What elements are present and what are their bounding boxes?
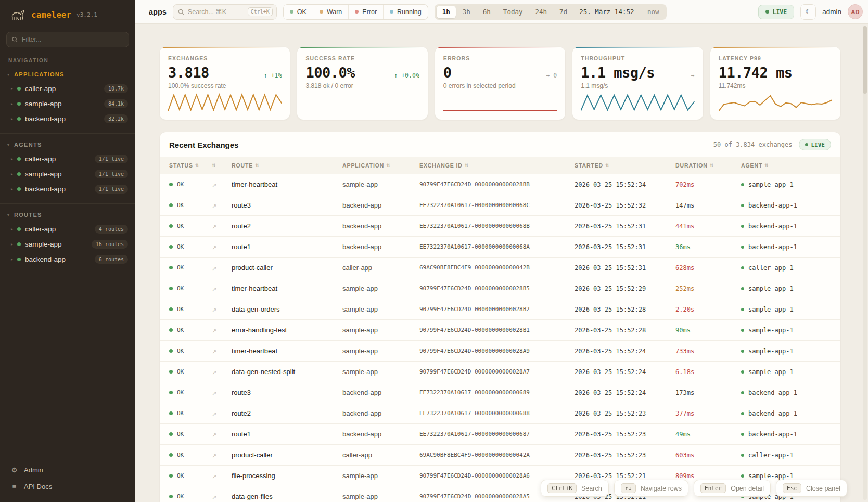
table-row[interactable]: OK↗route1backend-appEE7322370A10617-0000… — [160, 424, 840, 445]
column-header-agent[interactable]: AGENT⇅ — [741, 162, 831, 169]
kbd-key: Esc — [783, 483, 801, 493]
column-label: STATUS — [169, 162, 193, 169]
item-label: sample-app — [25, 240, 87, 248]
sidebar-item-backend-app[interactable]: ▸backend-app32.2k — [0, 111, 135, 126]
agent-status-dot — [741, 183, 744, 186]
column-header-open[interactable]: ⇅ — [212, 163, 232, 168]
table-row[interactable]: OK↗route3backend-appEE7322370A10617-0000… — [160, 195, 840, 216]
table-row[interactable]: OK↗data-gen-nested-splitsample-app90799F… — [160, 362, 840, 382]
sidebar-item-caller-app[interactable]: ▸caller-app10.7k — [0, 81, 135, 96]
open-detail-cell[interactable]: ↗ — [212, 201, 232, 210]
ok-status-dot — [169, 391, 173, 394]
table-row[interactable]: OK↗route2backend-appEE7322370A10617-0000… — [160, 216, 840, 237]
card-accent-bar — [297, 47, 427, 48]
sidebar-item-backend-app[interactable]: ▸backend-app1/1 live — [0, 182, 135, 197]
open-detail-cell[interactable]: ↗ — [212, 242, 232, 252]
time-range-7d[interactable]: 7d — [554, 6, 573, 18]
started-cell: 2026-03-25 15:52:34 — [575, 181, 675, 188]
route-cell: data-gen-nested-split — [232, 368, 342, 376]
open-detail-cell[interactable]: ↗ — [212, 263, 232, 273]
time-range-3h[interactable]: 3h — [457, 6, 476, 18]
chip-label: Warn — [327, 8, 342, 16]
open-detail-cell[interactable]: ↗ — [212, 222, 232, 231]
table-row[interactable]: OK↗product-callercaller-app69AC90BF8EBC4… — [160, 445, 840, 466]
sparkline — [719, 93, 832, 112]
column-header-route[interactable]: ROUTE⇅ — [232, 162, 342, 169]
sidebar-item-backend-app[interactable]: ▸backend-app6 routes — [0, 252, 135, 267]
column-header-application[interactable]: APPLICATION⇅ — [342, 162, 419, 169]
sidebar-item-sample-app[interactable]: ▸sample-app1/1 live — [0, 166, 135, 182]
table-row[interactable]: OK↗error-handling-testsample-app90799F47… — [160, 320, 840, 341]
live-badge[interactable]: LIVE — [758, 5, 795, 19]
sidebar-item-caller-app[interactable]: ▸caller-app1/1 live — [0, 151, 135, 166]
open-detail-cell[interactable]: ↗ — [212, 180, 232, 189]
status-cell: OK — [169, 264, 212, 271]
open-detail-cell[interactable]: ↗ — [212, 284, 232, 293]
open-detail-cell[interactable]: ↗ — [212, 326, 232, 335]
theme-toggle-button[interactable]: ☾ — [800, 4, 816, 20]
column-header-duration[interactable]: DURATION⇅ — [675, 162, 741, 169]
live-label: LIVE — [773, 8, 787, 16]
filter-chip-error[interactable]: Error — [348, 5, 383, 19]
time-range-6h[interactable]: 6h — [477, 6, 496, 18]
card-value-row: 11.742 ms — [719, 65, 832, 81]
sidebar-item-sample-app[interactable]: ▸sample-app16 routes — [0, 237, 135, 252]
date-range[interactable]: 25. März 14:52—now — [579, 8, 664, 16]
exchange-id-cell: 90799F47E6CD24D-00000000000028A9 — [419, 347, 575, 354]
section-header-applications[interactable]: ▾APPLICATIONS — [0, 63, 135, 81]
open-detail-cell[interactable]: ↗ — [212, 430, 232, 439]
sidebar-filter[interactable] — [6, 32, 129, 47]
table-row[interactable]: OK↗product-callercaller-app69AC90BF8EBC4… — [160, 258, 840, 278]
duration-cell: 147ms — [675, 202, 741, 209]
agent-status-dot — [741, 474, 744, 478]
card-accent-bar — [710, 47, 840, 48]
open-detail-cell[interactable]: ↗ — [212, 388, 232, 397]
scrollbar-track[interactable] — [863, 26, 867, 500]
filter-chip-running[interactable]: Running — [383, 5, 428, 19]
table-row[interactable]: OK↗timer-heartbeatsample-app90799F47E6CD… — [160, 278, 840, 299]
sidebar-item-caller-app[interactable]: ▸caller-app4 routes — [0, 222, 135, 237]
table-row[interactable]: OK↗route1backend-appEE7322370A10617-0000… — [160, 237, 840, 258]
filter-input[interactable] — [22, 36, 123, 43]
sort-icon: ⇅ — [255, 163, 259, 168]
open-detail-cell[interactable]: ↗ — [212, 409, 232, 418]
filter-chip-ok[interactable]: OK — [284, 5, 313, 19]
filter-chip-warn[interactable]: Warn — [313, 5, 348, 19]
time-range-24h[interactable]: 24h — [530, 6, 553, 18]
sidebar-item-api-docs[interactable]: ≡API Docs — [0, 478, 135, 495]
avatar[interactable]: AD — [848, 4, 863, 19]
card-subtitle: 100.0% success rate — [168, 82, 282, 89]
duration-cell: 90ms — [675, 327, 741, 334]
column-header-exchange-id[interactable]: EXCHANGE ID⇅ — [419, 162, 575, 169]
duration-cell: 441ms — [675, 223, 741, 230]
time-range-1h[interactable]: 1h — [437, 6, 456, 18]
scrollbar-thumb[interactable] — [863, 26, 867, 94]
sidebar-item-admin[interactable]: ⚙Admin — [0, 461, 135, 478]
column-header-status[interactable]: STATUS⇅ — [169, 162, 212, 169]
table-row[interactable]: OK↗timer-heartbeatsample-app90799F47E6CD… — [160, 341, 840, 362]
status-dot — [17, 87, 21, 91]
section-header-routes[interactable]: ▾ROUTES — [0, 204, 135, 222]
table-row[interactable]: OK↗route3backend-appEE7322370A10617-0000… — [160, 382, 840, 403]
open-detail-cell[interactable]: ↗ — [212, 471, 232, 481]
application-cell: sample-app — [342, 326, 419, 334]
status-label: OK — [177, 264, 184, 271]
column-header-started[interactable]: STARTED⇅ — [575, 162, 675, 169]
open-detail-cell[interactable]: ↗ — [212, 305, 232, 314]
sidebar-item-sample-app[interactable]: ▸sample-app84.1k — [0, 96, 135, 111]
open-detail-cell[interactable]: ↗ — [212, 346, 232, 356]
table-row[interactable]: OK↗route2backend-appEE7322370A10617-0000… — [160, 403, 840, 424]
item-badge: 1/1 live — [95, 185, 128, 194]
card-value-row: 0→ 0 — [443, 65, 557, 81]
search-input[interactable] — [188, 8, 244, 16]
card-label: ERRORS — [443, 55, 557, 61]
time-range-today[interactable]: Today — [497, 6, 529, 18]
arrow-up-right-icon: ↗ — [212, 432, 216, 439]
table-row[interactable]: OK↗timer-heartbeatsample-app90799F47E6CD… — [160, 174, 840, 195]
table-row[interactable]: OK↗data-gen-orderssample-app90799F47E6CD… — [160, 299, 840, 320]
open-detail-cell[interactable]: ↗ — [212, 450, 232, 460]
open-detail-cell[interactable]: ↗ — [212, 492, 232, 501]
open-detail-cell[interactable]: ↗ — [212, 367, 232, 377]
section-header-agents[interactable]: ▾AGENTS — [0, 134, 135, 151]
global-search[interactable]: Ctrl+K — [173, 4, 277, 20]
